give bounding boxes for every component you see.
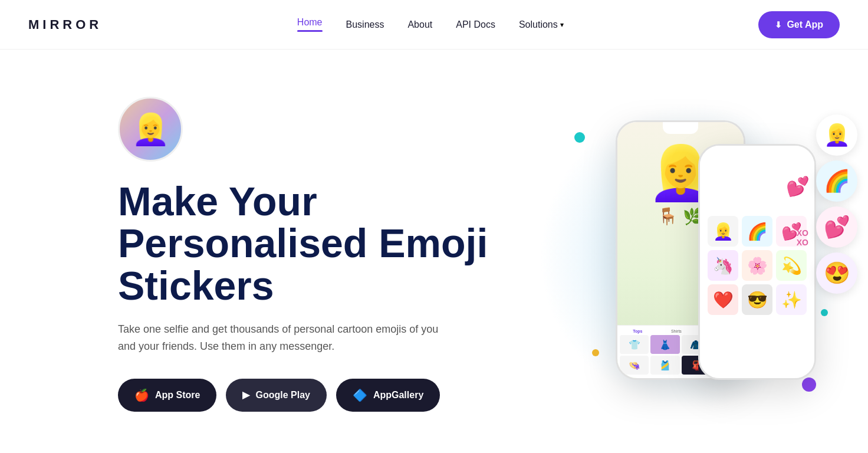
tab-tops: Tops xyxy=(633,329,642,333)
huawei-icon: 🔷 xyxy=(353,388,367,402)
nav-link-business[interactable]: Business xyxy=(346,19,384,29)
nav-links: Home Business About API Docs Solutions ▾ xyxy=(297,17,564,32)
nav-item-home[interactable]: Home xyxy=(297,17,323,32)
sticker-6: 💫 xyxy=(776,250,807,281)
logo[interactable]: MIRROR xyxy=(28,17,102,32)
chevron-down-icon: ▾ xyxy=(560,21,564,29)
clothing-item: 👕 xyxy=(620,335,649,354)
clothing-item: 👒 xyxy=(620,356,649,375)
teal-dot-1 xyxy=(574,132,585,143)
store-buttons: 🍎 App Store ▶ Google Play 🔷 AppGallery xyxy=(118,379,488,412)
app-store-button[interactable]: 🍎 App Store xyxy=(118,379,216,412)
nav-link-home[interactable]: Home xyxy=(297,17,323,27)
clothing-item: 👗 xyxy=(650,335,679,354)
nav-link-about[interactable]: About xyxy=(407,19,432,29)
google-play-button[interactable]: ▶ Google Play xyxy=(226,379,326,412)
sticker-5: 🌸 xyxy=(742,250,772,281)
sticker-8: 😎 xyxy=(742,284,772,315)
google-play-icon: ▶ xyxy=(242,389,249,401)
phone-mockup-area: 👱‍♀️ 🪑 🌿 Tops Shirts Crop tops xyxy=(557,85,840,427)
hero-content: 👱‍♀️ Make Your Personalised Emoji Sticke… xyxy=(118,85,488,412)
get-app-button[interactable]: ⬇ Get App xyxy=(758,11,840,38)
navbar: MIRROR Home Business About API Docs Solu… xyxy=(0,0,868,50)
clothing-item: 🎽 xyxy=(650,356,679,375)
google-play-label: Google Play xyxy=(255,390,310,401)
hero-title: Make Your Personalised Emoji Stickers xyxy=(118,180,488,307)
sticker-2: 🌈 xyxy=(742,216,772,247)
room-elements: 🪑 🌿 xyxy=(657,206,703,226)
yellow-dot xyxy=(592,349,599,356)
app-gallery-label: AppGallery xyxy=(373,390,423,401)
xo-text: XOXO xyxy=(797,228,808,247)
avatar: 👱‍♀️ xyxy=(118,97,183,162)
nav-item-solutions[interactable]: Solutions ▾ xyxy=(519,19,564,30)
sticker-grid: 👱‍♀️ 🌈 💕 🦄 🌸 💫 ❤️ 😎 ✨ xyxy=(703,211,811,320)
nav-item-api-docs[interactable]: API Docs xyxy=(456,19,495,30)
app-gallery-button[interactable]: 🔷 AppGallery xyxy=(336,379,440,412)
sticker-4: 🦄 xyxy=(708,250,738,281)
phone-notch xyxy=(663,122,698,134)
teal-dot-2 xyxy=(821,309,828,316)
float-sticker-1: 👱‍♀️ xyxy=(816,114,857,156)
nav-link-solutions[interactable]: Solutions xyxy=(519,19,558,30)
hero-subtitle: Take one selfie and get thousands of per… xyxy=(118,321,448,355)
phone-sticker-notch xyxy=(739,146,775,157)
floating-stickers: 👱‍♀️ 🌈 💕 😍 xyxy=(816,114,857,294)
nav-item-about[interactable]: About xyxy=(407,19,432,30)
nav-item-business[interactable]: Business xyxy=(346,19,384,30)
purple-dot xyxy=(802,378,816,392)
app-store-label: App Store xyxy=(155,390,200,401)
phone-sticker: 👱‍♀️ 🌈 💕 🦄 🌸 💫 ❤️ 😎 ✨ 💕 XOXO xyxy=(698,144,816,380)
sticker-1: 👱‍♀️ xyxy=(708,216,738,247)
heart-sticker: 💕 xyxy=(786,175,810,198)
sticker-7: ❤️ xyxy=(708,284,738,315)
sticker-9: ✨ xyxy=(776,284,807,315)
phone-sticker-screen: 👱‍♀️ 🌈 💕 🦄 🌸 💫 ❤️ 😎 ✨ 💕 XOXO xyxy=(700,146,814,378)
hero-section: 👱‍♀️ Make Your Personalised Emoji Sticke… xyxy=(0,50,868,453)
float-sticker-4: 😍 xyxy=(816,252,857,294)
nav-link-api-docs[interactable]: API Docs xyxy=(456,19,495,29)
float-sticker-2: 🌈 xyxy=(816,160,857,202)
tab-shirts: Shirts xyxy=(671,329,682,333)
float-sticker-3: 💕 xyxy=(816,206,857,248)
download-icon: ⬇ xyxy=(775,20,782,29)
avatar-emoji: 👱‍♀️ xyxy=(131,111,170,147)
apple-icon: 🍎 xyxy=(134,388,149,402)
